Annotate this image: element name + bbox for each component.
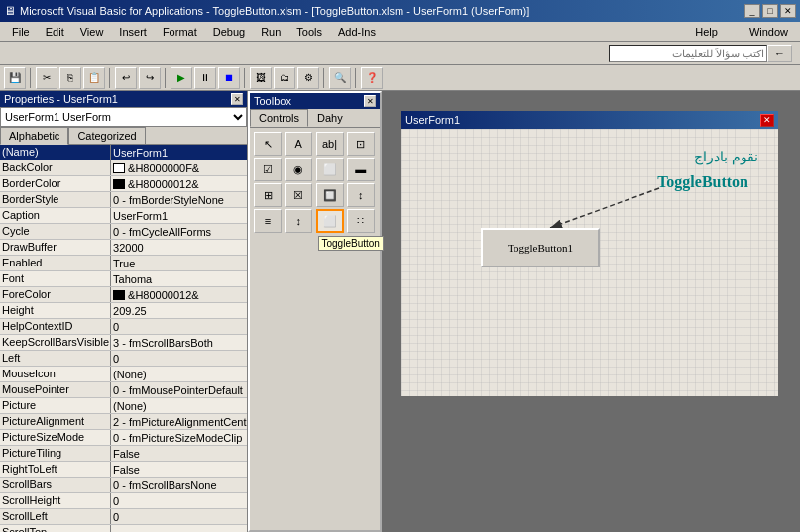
userform-window: UserForm1 ✕ نقوم بادراج ToggleButton bbox=[401, 111, 778, 396]
toolbar-objectbrowser[interactable]: 🔍 bbox=[329, 67, 351, 89]
table-row[interactable]: DrawBuffer32000 bbox=[0, 240, 247, 256]
menu-help[interactable]: Help bbox=[687, 24, 726, 40]
table-row[interactable]: ScrollLeft0 bbox=[0, 509, 247, 525]
table-row[interactable]: ScrollBars0 - fmScrollBarsNone bbox=[0, 478, 247, 493]
userform-body[interactable]: نقوم بادراج ToggleButton ToggleButton1 bbox=[401, 129, 778, 396]
toolbar-run[interactable]: ▶ bbox=[171, 67, 192, 89]
table-row[interactable]: Cycle0 - fmCycleAllForms bbox=[0, 224, 247, 240]
toolbar-properties[interactable]: ⚙ bbox=[297, 67, 319, 89]
toolbar-paste[interactable]: 📋 bbox=[83, 67, 105, 89]
properties-panel: Properties - UserForm1 ✕ UserForm1 UserF… bbox=[0, 91, 248, 532]
table-row[interactable]: PictureAlignment2 - fmPictureAlignmentCe… bbox=[0, 414, 247, 430]
toolbar-pause[interactable]: ⏸ bbox=[194, 67, 216, 89]
toolbox-item[interactable]: ⬜ToggleButton bbox=[316, 209, 344, 233]
toolbox-item[interactable]: 🔲 bbox=[316, 183, 344, 207]
tab-categorized[interactable]: Categorized bbox=[68, 127, 145, 144]
properties-close-button[interactable]: ✕ bbox=[231, 93, 243, 105]
toolbar-projectexplorer[interactable]: 🗂 bbox=[274, 67, 295, 89]
toggle-button-control[interactable]: ToggleButton1 bbox=[481, 228, 600, 267]
toolbox-item[interactable]: A bbox=[285, 132, 312, 156]
table-row[interactable]: KeepScrollBarsVisible3 - fmScrollBarsBot… bbox=[0, 335, 247, 351]
toolbox-item[interactable]: ↕ bbox=[285, 209, 312, 233]
toolbox-item[interactable]: ≡ bbox=[254, 209, 282, 233]
app-icon: 🖥 bbox=[4, 4, 16, 18]
arabic-search-input[interactable] bbox=[609, 45, 767, 62]
toolbox-close-button[interactable]: ✕ bbox=[364, 95, 376, 107]
table-row[interactable]: EnabledTrue bbox=[0, 256, 247, 271]
toolbox-item[interactable]: ↖ bbox=[254, 132, 282, 156]
menu-format[interactable]: Format bbox=[155, 24, 205, 40]
arabic-search-button[interactable]: ← bbox=[767, 45, 792, 62]
prop-name: MousePointer bbox=[0, 382, 111, 397]
toolbox-item[interactable]: ∷ bbox=[347, 209, 375, 233]
table-row[interactable]: BorderColor&H80000012& bbox=[0, 176, 247, 192]
close-button[interactable]: ✕ bbox=[780, 4, 796, 18]
toolbar-help[interactable]: ❓ bbox=[361, 67, 383, 89]
userform-close-button[interactable]: ✕ bbox=[760, 114, 774, 127]
table-row[interactable]: BackColor&H8000000F& bbox=[0, 160, 247, 176]
toolbar-cut[interactable]: ✂ bbox=[36, 67, 57, 89]
table-row[interactable]: PictureTilingFalse bbox=[0, 446, 247, 462]
menu-run[interactable]: Run bbox=[253, 24, 288, 40]
prop-value: False bbox=[111, 446, 247, 461]
menu-window[interactable]: Window bbox=[742, 24, 796, 40]
properties-panel-title: Properties - UserForm1 bbox=[4, 93, 118, 105]
menu-view[interactable]: View bbox=[72, 24, 112, 40]
toolbox-item[interactable]: ab| bbox=[316, 132, 344, 156]
table-row[interactable]: Height209.25 bbox=[0, 303, 247, 319]
prop-value: 0 - fmCycleAllForms bbox=[111, 224, 247, 239]
toolbox-item[interactable]: ☑ bbox=[254, 158, 282, 181]
table-row[interactable]: ForeColor&H80000012& bbox=[0, 287, 247, 303]
toolbar-undo[interactable]: ↩ bbox=[115, 67, 137, 89]
toolbar-sep-1 bbox=[30, 68, 32, 88]
prop-name: Caption bbox=[0, 208, 111, 223]
toolbox-item[interactable]: ↕ bbox=[347, 183, 375, 207]
menu-insert[interactable]: Insert bbox=[111, 24, 155, 40]
toolbar-copy[interactable]: ⎘ bbox=[59, 67, 81, 89]
menu-addins[interactable]: Add-Ins bbox=[330, 24, 384, 40]
menu-tools[interactable]: Tools bbox=[288, 24, 330, 40]
minimize-button[interactable]: _ bbox=[744, 4, 760, 18]
table-row[interactable]: RightToLeftFalse bbox=[0, 462, 247, 478]
table-row[interactable]: ScrollHeight0 bbox=[0, 493, 247, 509]
svg-line-0 bbox=[550, 188, 659, 228]
toolbox-tab-dahy[interactable]: Dahy bbox=[308, 109, 352, 127]
table-row[interactable]: MouseIcon(None) bbox=[0, 367, 247, 382]
toolbox-item[interactable]: ▬ bbox=[347, 158, 375, 181]
toolbar-save[interactable]: 💾 bbox=[4, 67, 26, 89]
toolbar-userform[interactable]: 🖼 bbox=[250, 67, 272, 89]
table-row[interactable]: FontTahoma bbox=[0, 271, 247, 287]
table-row[interactable]: Picture(None) bbox=[0, 398, 247, 414]
toolbar-sep-5 bbox=[323, 68, 325, 88]
toolbar-stop[interactable]: ⏹ bbox=[218, 67, 240, 89]
arabic-search-bar: ← bbox=[0, 42, 800, 65]
toolbox-item[interactable]: ⊡ bbox=[347, 132, 375, 156]
menu-edit[interactable]: Edit bbox=[38, 24, 72, 40]
table-row[interactable]: ScrollTop... bbox=[0, 525, 247, 532]
table-row[interactable]: MousePointer0 - fmMousePointerDefault bbox=[0, 382, 247, 398]
toolbox-tab-controls[interactable]: Controls bbox=[250, 109, 308, 127]
toolbox-item[interactable]: ⬜ bbox=[316, 158, 344, 181]
object-dropdown[interactable]: UserForm1 UserForm bbox=[0, 107, 247, 127]
toolbar-sep-3 bbox=[165, 68, 167, 88]
table-row[interactable]: (Name)UserForm1 bbox=[0, 145, 247, 160]
tab-alphabetic[interactable]: Alphabetic bbox=[0, 127, 68, 145]
table-row[interactable]: CaptionUserForm1 bbox=[0, 208, 247, 224]
menu-debug[interactable]: Debug bbox=[205, 24, 253, 40]
prop-name: (Name) bbox=[0, 145, 111, 160]
toolbar-redo[interactable]: ↪ bbox=[139, 67, 161, 89]
toolbox-item[interactable]: ☒ bbox=[285, 183, 312, 207]
toolbox-item[interactable]: ◉ bbox=[285, 158, 312, 181]
toolbox-item[interactable]: ⊞ bbox=[254, 183, 282, 207]
prop-name: ScrollHeight bbox=[0, 493, 111, 508]
prop-name: PictureSizeMode bbox=[0, 430, 111, 445]
table-row[interactable]: PictureSizeMode0 - fmPictureSizeModeClip bbox=[0, 430, 247, 446]
maximize-button[interactable]: □ bbox=[762, 4, 778, 18]
toolbox-tabs: Controls Dahy bbox=[250, 109, 380, 128]
table-row[interactable]: BorderStyle0 - fmBorderStyleNone bbox=[0, 192, 247, 208]
menu-file[interactable]: File bbox=[4, 24, 38, 40]
table-row[interactable]: Left0 bbox=[0, 351, 247, 367]
table-row[interactable]: HelpContextID0 bbox=[0, 319, 247, 335]
prop-name: PictureTiling bbox=[0, 446, 111, 461]
arabic-label: نقوم بادراج bbox=[694, 149, 758, 164]
